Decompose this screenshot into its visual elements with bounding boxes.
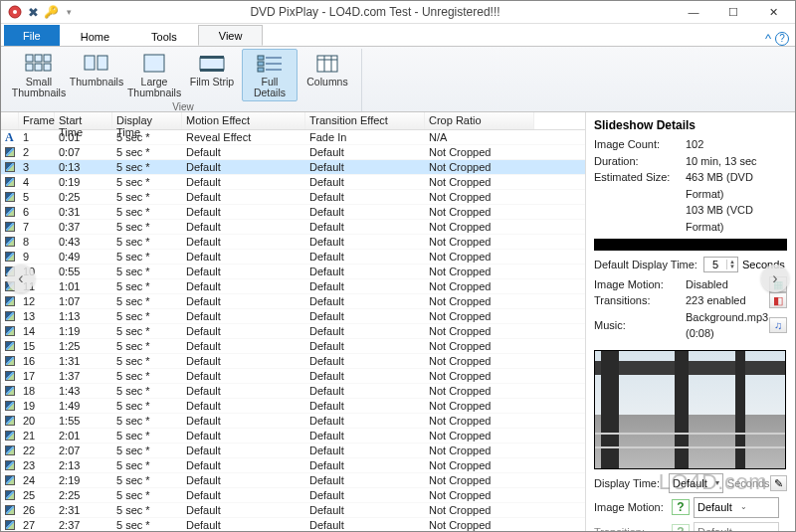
table-row[interactable]: 111:015 sec *DefaultDefaultNot Cropped: [1, 279, 585, 294]
default-display-spinner[interactable]: ▲▼: [703, 257, 738, 272]
help-transition-icon[interactable]: ?: [672, 524, 690, 531]
thumbnails-button[interactable]: Thumbnails: [69, 49, 124, 101]
cell: Default: [182, 489, 305, 501]
table-row[interactable]: A10:015 sec *Reveal EffectFade InN/A: [1, 130, 585, 145]
cell: Default: [182, 251, 305, 263]
film-strip-button[interactable]: Film Strip: [184, 49, 240, 101]
tab-view[interactable]: View: [198, 25, 264, 46]
cell: 5 sec *: [112, 519, 182, 531]
col-transition[interactable]: Transition Effect: [305, 112, 425, 129]
table-row[interactable]: 90:495 sec *DefaultDefaultNot Cropped: [1, 250, 585, 265]
cell: Default: [182, 474, 305, 486]
default-display-input[interactable]: [704, 258, 726, 271]
display-time-combo[interactable]: Default▾: [669, 473, 723, 494]
table-row[interactable]: 20:075 sec *DefaultDefaultNot Cropped: [1, 145, 585, 160]
large-thumbnails-button[interactable]: Large Thumbnails: [126, 49, 182, 101]
table-row[interactable]: 60:315 sec *DefaultDefaultNot Cropped: [1, 205, 585, 220]
tab-tools[interactable]: Tools: [130, 26, 198, 46]
cell: Not Cropped: [425, 489, 534, 501]
cell: Default: [305, 176, 425, 188]
cell: Default: [305, 385, 425, 397]
cell: 16: [19, 355, 55, 367]
cell: Default: [305, 459, 425, 471]
full-details-icon: [254, 52, 286, 76]
transitions-button[interactable]: ◧: [769, 292, 787, 308]
cell: 6: [19, 206, 55, 218]
cell: 5 sec *: [112, 161, 182, 173]
table-row[interactable]: 100:555 sec *DefaultDefaultNot Cropped: [1, 265, 585, 279]
table-row[interactable]: 121:075 sec *DefaultDefaultNot Cropped: [1, 294, 585, 309]
edit-button[interactable]: ✎: [770, 475, 787, 491]
table-row[interactable]: 201:555 sec *DefaultDefaultNot Cropped: [1, 414, 585, 429]
transition2-combo[interactable]: Default⌄: [694, 522, 779, 532]
close-button[interactable]: ✕: [753, 1, 793, 23]
table-row[interactable]: 70:375 sec *DefaultDefaultNot Cropped: [1, 220, 585, 235]
table-row[interactable]: 171:375 sec *DefaultDefaultNot Cropped: [1, 369, 585, 384]
small-thumbnails-button[interactable]: Small Thumbnails: [11, 49, 67, 101]
cell: Not Cropped: [425, 280, 534, 292]
full-details-button[interactable]: Full Details: [242, 49, 298, 101]
table-row[interactable]: 232:135 sec *DefaultDefaultNot Cropped: [1, 458, 585, 473]
svg-rect-16: [258, 62, 264, 66]
app-icon: [7, 4, 23, 20]
columns-button[interactable]: Columns: [299, 49, 355, 101]
next-arrow[interactable]: ›: [761, 265, 789, 292]
svg-rect-2: [26, 55, 33, 62]
minimize-button[interactable]: —: [674, 1, 713, 23]
table-row[interactable]: 252:255 sec *DefaultDefaultNot Cropped: [1, 488, 585, 503]
prev-arrow[interactable]: ‹: [7, 265, 35, 292]
qat-dropdown-icon[interactable]: ▾: [61, 4, 77, 20]
table-row[interactable]: 242:195 sec *DefaultDefaultNot Cropped: [1, 473, 585, 488]
table-row[interactable]: 141:195 sec *DefaultDefaultNot Cropped: [1, 324, 585, 339]
cell: Not Cropped: [425, 191, 534, 203]
cell: Default: [305, 280, 425, 292]
table-row[interactable]: 181:435 sec *DefaultDefaultNot Cropped: [1, 384, 585, 399]
table-row[interactable]: 161:315 sec *DefaultDefaultNot Cropped: [1, 354, 585, 369]
cell: Default: [182, 385, 305, 397]
cell: Default: [305, 340, 425, 352]
col-crop[interactable]: Crop Ratio: [425, 112, 534, 129]
col-motion[interactable]: Motion Effect: [182, 112, 305, 129]
window-title: DVD PixPlay - LO4D.com Test - Unregister…: [77, 5, 674, 19]
table-row[interactable]: 262:315 sec *DefaultDefaultNot Cropped: [1, 503, 585, 518]
table-row[interactable]: 222:075 sec *DefaultDefaultNot Cropped: [1, 443, 585, 458]
col-frame[interactable]: Frame: [19, 112, 55, 129]
row-thumb-icon: [1, 490, 19, 500]
spin-down-icon[interactable]: ▼: [727, 265, 737, 269]
tab-home[interactable]: Home: [60, 26, 130, 46]
cell: Default: [182, 295, 305, 307]
tab-file[interactable]: File: [4, 25, 60, 46]
table-row[interactable]: 131:135 sec *DefaultDefaultNot Cropped: [1, 309, 585, 324]
key-icon[interactable]: 🔑: [43, 4, 59, 20]
table-row[interactable]: 50:255 sec *DefaultDefaultNot Cropped: [1, 190, 585, 205]
table-row[interactable]: 191:495 sec *DefaultDefaultNot Cropped: [1, 399, 585, 414]
row-thumb-icon: [1, 177, 19, 187]
table-row[interactable]: 151:255 sec *DefaultDefaultNot Cropped: [1, 339, 585, 354]
image-motion2-combo[interactable]: Default⌄: [694, 497, 779, 518]
table-row[interactable]: 40:195 sec *DefaultDefaultNot Cropped: [1, 175, 585, 190]
svg-rect-17: [266, 63, 282, 65]
settings-icon[interactable]: ✖: [25, 4, 41, 20]
details-panel: Slideshow Details Image Count:102 Durati…: [586, 112, 795, 531]
cell: 5 sec *: [112, 474, 182, 486]
table-row[interactable]: 212:015 sec *DefaultDefaultNot Cropped: [1, 429, 585, 443]
help-icon[interactable]: ?: [775, 32, 789, 46]
duration-label: Duration:: [594, 153, 686, 170]
table-row[interactable]: 30:135 sec *DefaultDefaultNot Cropped: [1, 160, 585, 175]
col-icon[interactable]: [1, 112, 19, 129]
cell: 27: [19, 519, 55, 531]
cell: 1:31: [55, 355, 112, 367]
table-row[interactable]: 272:375 sec *DefaultDefaultNot Cropped: [1, 518, 585, 531]
table-body[interactable]: A10:015 sec *Reveal EffectFade InN/A20:0…: [1, 130, 585, 531]
cell: 24: [19, 474, 55, 486]
pencil-icon: ✎: [774, 475, 783, 492]
help-motion-icon[interactable]: ?: [672, 499, 690, 515]
collapse-ribbon-icon[interactable]: ^: [765, 31, 771, 46]
music-button[interactable]: ♫: [769, 317, 787, 333]
svg-rect-3: [35, 55, 42, 62]
col-display[interactable]: Display Time: [112, 112, 182, 129]
maximize-button[interactable]: ☐: [713, 1, 753, 23]
col-start[interactable]: Start Time: [55, 112, 112, 129]
cell: 5 sec *: [112, 430, 182, 442]
table-row[interactable]: 80:435 sec *DefaultDefaultNot Cropped: [1, 235, 585, 250]
